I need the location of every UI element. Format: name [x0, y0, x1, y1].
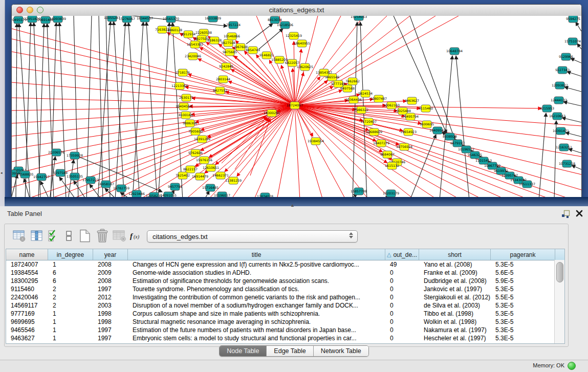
table-row[interactable]: 1872400712008Changes of HCN gene express…: [6, 260, 564, 269]
table-cell: Genome-wide association studies in ADHD.: [128, 269, 385, 276]
select-attributes-button[interactable]: [48, 228, 60, 245]
unselect-attributes-button[interactable]: [64, 228, 74, 245]
table-cell: Tibbo et al. (1998): [419, 310, 491, 317]
zoom-traffic-light[interactable]: [37, 7, 43, 13]
table-row[interactable]: 1830029562008Estimation of significance …: [6, 277, 564, 285]
splitter-handle-icon[interactable]: ▲: [290, 203, 295, 208]
table-cell: 2: [48, 286, 93, 293]
column-header-year[interactable]: year: [93, 249, 128, 260]
table-cell: Structural magnetic resonance image aver…: [128, 318, 385, 325]
table-cell: 0: [385, 310, 419, 317]
graph-node-label: 15254013: [351, 16, 367, 18]
graph-node-label: 16914479: [192, 174, 208, 178]
delete-table-button[interactable]: [112, 228, 127, 245]
svg-text:(x): (x): [134, 234, 140, 240]
table-row[interactable]: 946362711997Embryonic stem cells: a mode…: [6, 334, 564, 342]
table-cell: Disruption of a novel member of a sodium…: [128, 302, 385, 309]
graph-node-label: 12923446: [128, 192, 145, 195]
graph-node-label: 15716485: [202, 186, 219, 189]
function-builder-button[interactable]: f (x): [129, 228, 143, 245]
vertical-scrollbar[interactable]: [554, 260, 564, 343]
checkmarks-icon: [48, 230, 60, 242]
column-header-title[interactable]: title: [128, 249, 385, 260]
table-body: 1872400712008Changes of HCN gene express…: [6, 260, 564, 342]
graph-node-label: 11381259: [225, 179, 242, 182]
graph-node-label: 10688609: [366, 130, 382, 134]
close-icon: [576, 210, 583, 217]
graph-node-label: 9827505: [194, 37, 209, 40]
scrollbar-thumb[interactable]: [556, 262, 563, 282]
graph-node-label: 6679197: [450, 141, 465, 145]
graph-node-label: 10025488: [395, 109, 411, 113]
fx-icon: f (x): [129, 230, 143, 242]
column-header-name[interactable]: name: [6, 249, 48, 260]
svg-text:f: f: [130, 232, 134, 240]
table-row[interactable]: 946554611997Estimation of the future num…: [6, 326, 564, 334]
graph-node-label: 9886306: [183, 121, 197, 125]
tab-node-table[interactable]: Node Table: [220, 346, 267, 356]
graph-node-label: 12325419: [286, 34, 302, 37]
network-window-titlebar[interactable]: citations_edges.txt: [12, 5, 581, 16]
column-header-label: pagerank: [510, 251, 535, 258]
graph-node-label: 9146821: [259, 53, 274, 57]
delete-attribute-button[interactable]: [95, 228, 110, 245]
table-cell: 2008: [93, 277, 128, 285]
close-traffic-light[interactable]: [16, 7, 23, 13]
attribute-table: namein_degreeyeartitle△out_de...shortpag…: [6, 249, 565, 344]
column-header-in-degree[interactable]: in_degree: [48, 249, 93, 260]
graph-node-label: 18344557: [137, 16, 153, 20]
graph-node-label: 16543382: [187, 42, 203, 46]
delete-table-icon: [113, 230, 127, 242]
close-panel-button[interactable]: [575, 210, 583, 218]
table-cell: 2012: [93, 294, 128, 301]
network-window[interactable]: citations_edges.txt 18724007716382288601…: [11, 4, 582, 198]
table-row[interactable]: 969969511998Structural magnetic resonanc…: [6, 318, 564, 326]
table-row[interactable]: 911546021997Tourette syndrome. Phenomeno…: [6, 285, 564, 293]
graph-node-label: 16033809: [205, 16, 221, 20]
table-cell: 1997: [93, 326, 128, 334]
graph-node-label: 7163822: [155, 28, 169, 31]
graph-node-label: 9594275: [566, 17, 580, 20]
citation-graph-canvas[interactable]: 1872400771638228860128891293422260538982…: [12, 16, 581, 198]
tab-edge-table[interactable]: Edge Table: [267, 346, 313, 356]
table-row[interactable]: 1938455462009Genome-wide association stu…: [6, 269, 564, 277]
create-attribute-button[interactable]: [77, 228, 93, 245]
table-header-row: namein_degreeyeartitle△out_de...shortpag…: [6, 249, 564, 260]
panel-collapse-handle-icon[interactable]: ◂: [1, 171, 3, 175]
table-cell: 1997: [93, 335, 128, 342]
memory-status-label: Memory: OK: [533, 362, 564, 368]
column-header-pagerank[interactable]: pagerank: [491, 249, 555, 260]
show-columns-button[interactable]: [29, 228, 45, 245]
table-row[interactable]: 2242004622012Investigating the contribut…: [6, 293, 564, 301]
table-options-button[interactable]: [12, 228, 27, 245]
graph-node-label: 20206576: [48, 150, 64, 154]
table-row[interactable]: 1456911722003Disruption of a novel membe…: [6, 301, 564, 310]
column-header-short[interactable]: short: [419, 249, 491, 260]
minimize-traffic-light[interactable]: [27, 7, 33, 13]
tab-network-table[interactable]: Network Table: [314, 346, 368, 356]
table-cell: 0: [385, 269, 419, 276]
table-cell: Embryonic stem cells: a model to study s…: [128, 335, 385, 342]
graph-node-label: 8912934: [181, 32, 195, 36]
graph-node-label: 15720407: [360, 120, 377, 123]
memory-ok-indicator-icon[interactable]: [568, 362, 576, 370]
column-header-out-de-[interactable]: △out_de...: [385, 249, 419, 260]
graph-node-label: 9129966: [559, 55, 573, 58]
graph-node-label: 2630171: [179, 96, 193, 99]
graph-node-label: 9463627: [405, 99, 419, 102]
graph-node-label: 10807487: [371, 97, 387, 100]
table-cell: Yano et al. (2008): [419, 261, 491, 268]
graph-node-label: 10648784: [446, 49, 463, 53]
float-panel-button[interactable]: [561, 210, 571, 218]
table-row[interactable]: 977716911998Corpus callosum shape and si…: [6, 310, 564, 318]
graph-node-label: 20364436: [345, 98, 362, 101]
table-cell: 5.3E-5: [491, 286, 555, 293]
table-select-dropdown[interactable]: citations_edges.txt: [147, 230, 358, 243]
graph-node-label: 19404568: [176, 104, 192, 108]
graph-node-label: 8860128: [168, 28, 182, 32]
graph-node-label: 9827508: [221, 41, 235, 45]
table-select-value: citations_edges.txt: [153, 233, 208, 240]
new-document-icon: [78, 229, 92, 243]
status-bar: Memory: OK: [0, 360, 588, 372]
graph-node-label: 9762606: [188, 151, 203, 155]
